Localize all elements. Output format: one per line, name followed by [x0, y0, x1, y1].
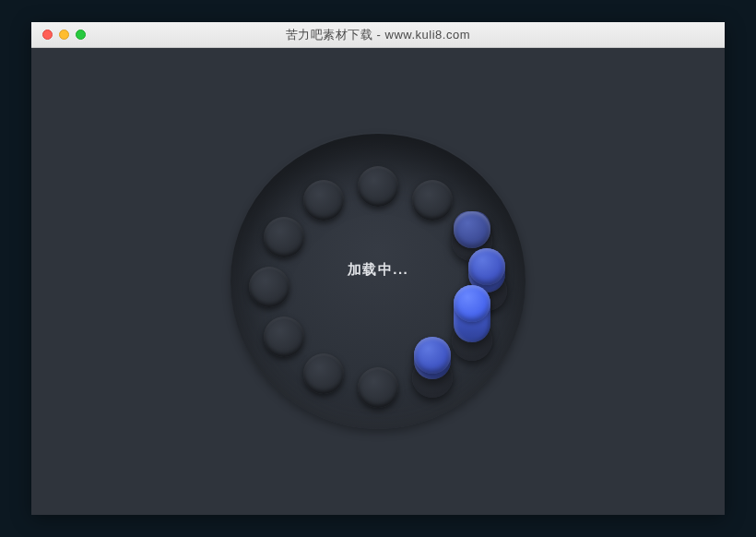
loading-spinner: 加载中...	[230, 134, 526, 429]
maximize-window-button[interactable]	[76, 30, 86, 40]
loading-peg	[303, 180, 344, 221]
close-window-button[interactable]	[42, 30, 53, 40]
loading-peg	[412, 180, 453, 221]
window-titlebar: 苦力吧素材下载 - www.kuli8.com	[31, 22, 725, 48]
window-controls	[31, 30, 86, 40]
loading-peg	[264, 217, 304, 257]
loading-peg	[249, 267, 289, 307]
browser-window: 苦力吧素材下载 - www.kuli8.com 加载中...	[31, 22, 725, 515]
page-content: 加载中...	[31, 48, 725, 515]
window-title: 苦力吧素材下载 - www.kuli8.com	[31, 27, 725, 43]
minimize-window-button[interactable]	[59, 30, 69, 40]
loading-peg-active	[412, 353, 453, 394]
loading-peg	[358, 367, 398, 408]
loading-peg	[358, 166, 398, 207]
loading-peg	[264, 316, 304, 357]
loading-peg	[303, 353, 344, 394]
loading-peg-active	[452, 316, 492, 357]
loading-label: 加载中...	[348, 261, 409, 279]
